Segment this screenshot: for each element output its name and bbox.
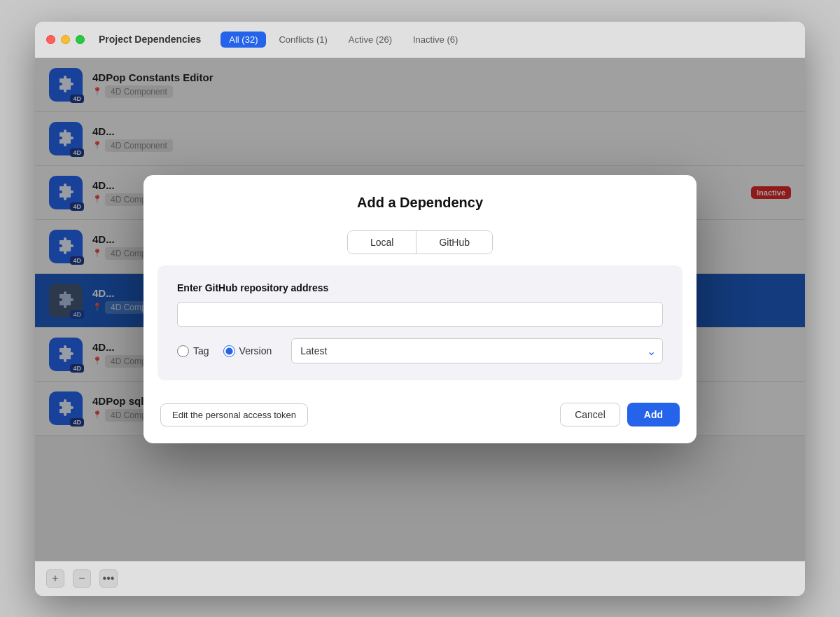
- version-options: Tag Version Latest v1.0 v2.0: [177, 338, 663, 363]
- modal-body: Enter GitHub repository address Tag Vers…: [158, 265, 682, 380]
- add-button[interactable]: Add: [627, 403, 680, 427]
- add-dep-button[interactable]: +: [46, 569, 64, 588]
- content-area: 4D 4DPop Constants Editor 📍 4D Component: [35, 58, 805, 561]
- tab-local[interactable]: Local: [348, 231, 416, 254]
- minus-icon: −: [78, 572, 85, 585]
- tag-radio[interactable]: [177, 345, 189, 357]
- tab-all[interactable]: All (32): [220, 32, 266, 48]
- tab-active[interactable]: Active (26): [340, 32, 400, 48]
- modal-overlay: Add a Dependency Local GitHub Enter GitH…: [35, 58, 805, 561]
- ellipsis-icon: •••: [103, 572, 115, 585]
- more-options-button[interactable]: •••: [99, 569, 118, 588]
- traffic-lights: [46, 35, 85, 44]
- add-dependency-modal: Add a Dependency Local GitHub Enter GitH…: [144, 175, 696, 443]
- titlebar: Project Dependencies All (32) Conflicts …: [35, 22, 805, 58]
- github-address-input[interactable]: [177, 302, 663, 327]
- version-label: Version: [239, 345, 272, 356]
- edit-token-button[interactable]: Edit the personal access token: [160, 403, 308, 427]
- tab-conflicts[interactable]: Conflicts (1): [270, 32, 335, 48]
- github-address-label: Enter GitHub repository address: [177, 282, 663, 293]
- tab-github[interactable]: GitHub: [416, 231, 492, 254]
- remove-dep-button[interactable]: −: [73, 569, 91, 588]
- plus-icon: +: [52, 572, 58, 585]
- tab-inactive[interactable]: Inactive (6): [405, 32, 466, 48]
- modal-footer: Edit the personal access token Cancel Ad…: [144, 391, 696, 443]
- version-select-wrapper: Latest v1.0 v2.0 ⌄: [291, 338, 663, 363]
- version-option[interactable]: Version: [223, 345, 272, 357]
- modal-tabs: Local GitHub: [347, 230, 493, 254]
- tag-label: Tag: [193, 345, 209, 356]
- tag-option[interactable]: Tag: [177, 345, 209, 357]
- modal-title: Add a Dependency: [172, 195, 668, 211]
- filter-tabs: All (32) Conflicts (1) Active (26) Inact…: [220, 32, 466, 48]
- maximize-button[interactable]: [76, 35, 85, 44]
- close-button[interactable]: [46, 35, 55, 44]
- cancel-button[interactable]: Cancel: [560, 403, 620, 427]
- app-window: Project Dependencies All (32) Conflicts …: [35, 22, 805, 596]
- minimize-button[interactable]: [61, 35, 70, 44]
- version-select[interactable]: Latest v1.0 v2.0: [291, 338, 663, 363]
- window-title: Project Dependencies: [99, 34, 201, 45]
- modal-header: Add a Dependency: [144, 175, 696, 222]
- version-radio[interactable]: [223, 345, 235, 357]
- bottom-bar: + − •••: [35, 561, 805, 596]
- modal-footer-right: Cancel Add: [560, 403, 680, 427]
